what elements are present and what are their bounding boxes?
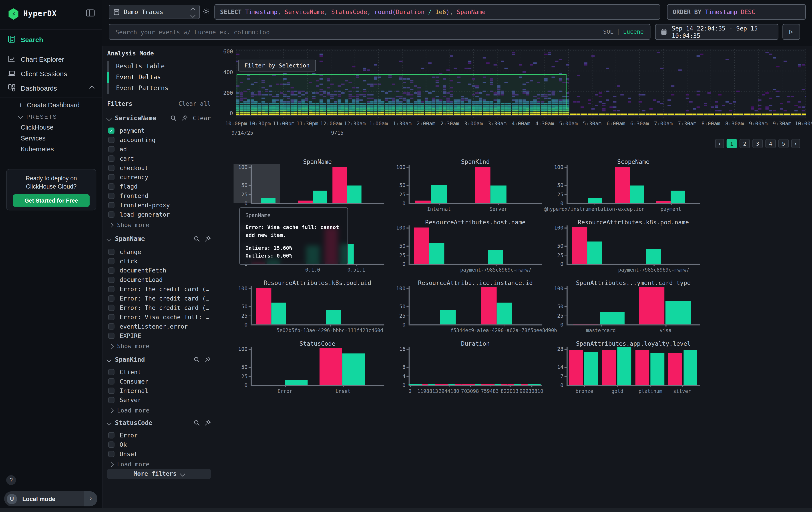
checkbox-unchecked[interactable] [108, 441, 115, 448]
inlier-bar[interactable] [600, 312, 625, 324]
checkbox-unchecked[interactable] [108, 397, 115, 403]
inlier-bar[interactable] [494, 384, 501, 385]
filter-option-accounting[interactable]: accounting [108, 136, 211, 144]
outlier-bar[interactable] [461, 384, 468, 385]
filter-option-currency[interactable]: currency [108, 173, 211, 182]
outlier-bar[interactable] [569, 350, 583, 385]
filter-option-error-the-credit-card-[interactable]: Error: The credit card (… [108, 285, 211, 293]
outlier-bar[interactable] [656, 201, 671, 203]
pagination-prev[interactable]: ‹ [715, 139, 724, 148]
outlier-bar[interactable] [508, 384, 514, 385]
pagination-page-1[interactable]: 1 [727, 139, 737, 148]
outlier-bar[interactable] [298, 200, 313, 203]
pagination-page-5[interactable]: 5 [778, 139, 789, 148]
filter-option-documentload[interactable]: documentLoad [108, 276, 211, 284]
checkbox-unchecked[interactable] [108, 277, 115, 283]
inlier-bar[interactable] [496, 303, 512, 324]
checkbox-checked[interactable]: ✓ [108, 128, 115, 134]
search-icon[interactable] [194, 236, 200, 242]
date-range-picker[interactable]: Sep 14 22:04:35 - Sep 15 10:04:35 [655, 24, 778, 40]
sql-select-input[interactable]: SELECT Timestamp, ServiceName, StatusCod… [214, 4, 660, 20]
filter-option-click[interactable]: click [108, 257, 211, 265]
outlier-bar[interactable] [319, 348, 342, 385]
inlier-bar[interactable] [650, 353, 664, 385]
outlier-bar[interactable] [422, 384, 429, 385]
outlier-bar[interactable] [414, 227, 429, 264]
inlier-bar[interactable] [630, 186, 644, 203]
checkbox-unchecked[interactable] [108, 258, 115, 264]
filter-load-more[interactable]: Load more [109, 407, 149, 414]
sidebar-subitem-clickhouse[interactable]: ClickHouse [0, 123, 123, 132]
inlier-bar[interactable] [665, 301, 691, 325]
filter-option-frontend[interactable]: frontend [108, 192, 211, 200]
filter-option-documentfetch[interactable]: documentFetch [108, 266, 211, 275]
clear-all-button[interactable]: Clear all [178, 100, 211, 107]
inlier-bar[interactable] [431, 185, 447, 203]
filter-option-unset[interactable]: Unset [108, 450, 211, 458]
checkbox-unchecked[interactable] [108, 202, 115, 208]
inlier-bar[interactable] [587, 241, 602, 264]
outlier-bar[interactable] [668, 353, 682, 385]
language-toggle[interactable]: SQL|Lucene [603, 28, 644, 35]
sidebar-subitem-kubernetes[interactable]: Kubernetes [0, 144, 123, 153]
local-mode-menu[interactable]: U Local mode › [4, 491, 97, 507]
filter-option-flagd[interactable]: flagd [108, 182, 211, 191]
pagination-next[interactable]: › [791, 139, 800, 148]
checkbox-unchecked[interactable] [108, 174, 115, 180]
search-input[interactable] [109, 28, 603, 36]
inlier-bar[interactable] [347, 186, 361, 203]
filter-option-frontend-proxy[interactable]: frontend-proxy [108, 201, 211, 209]
pin-icon[interactable] [205, 420, 211, 426]
outlier-bar[interactable] [501, 384, 508, 385]
checkbox-unchecked[interactable] [108, 286, 115, 292]
checkbox-unchecked[interactable] [108, 451, 115, 457]
inlier-bar[interactable] [313, 191, 327, 203]
duration-heatmap[interactable]: Filter by Selection [236, 49, 806, 118]
filter-option-error-the-credit-card-[interactable]: Error: The credit card (… [108, 304, 211, 312]
checkbox-unchecked[interactable] [108, 267, 115, 274]
filter-load-more[interactable]: Load more [109, 461, 149, 468]
pagination-page-4[interactable]: 4 [765, 139, 776, 148]
checkbox-unchecked[interactable] [108, 378, 115, 384]
outlier-bar[interactable] [441, 384, 448, 385]
gear-icon[interactable] [203, 8, 210, 15]
analysis-mode-event-patterns[interactable]: Event Patterns [107, 83, 211, 94]
checkbox-unchecked[interactable] [108, 155, 115, 162]
inlier-bar[interactable] [429, 384, 435, 385]
filter-option-error[interactable]: Error [108, 431, 211, 439]
chevron-down-icon[interactable] [107, 236, 112, 242]
filter-option-cart[interactable]: cart [108, 155, 211, 163]
sidebar-item-chart-explorer[interactable]: Chart Explorer [0, 52, 102, 66]
sidebar-subitem-presets[interactable]: PRESETS [0, 112, 102, 121]
more-filters-button[interactable]: More filters [107, 469, 211, 479]
inlier-bar[interactable] [409, 384, 415, 385]
analysis-mode-results-table[interactable]: Results Table [107, 61, 211, 72]
outlier-bar[interactable] [639, 287, 664, 324]
outlier-bar[interactable] [602, 350, 616, 385]
inlier-bar[interactable] [285, 380, 308, 385]
sidebar-subitem-create-dashboard[interactable]: +Create Dashboard [0, 101, 102, 110]
outlier-bar[interactable] [521, 384, 527, 385]
filter-show-more[interactable]: Show more [109, 343, 149, 350]
outlier-bar[interactable] [475, 167, 491, 203]
inlier-bar[interactable] [514, 384, 521, 385]
inlier-bar[interactable] [617, 347, 631, 385]
filter-option-payment[interactable]: ✓payment [108, 127, 211, 135]
search-icon[interactable] [171, 115, 177, 121]
inlier-bar[interactable] [527, 384, 534, 385]
checkbox-unchecked[interactable] [108, 323, 115, 330]
checkbox-unchecked[interactable] [108, 193, 115, 199]
run-query-button[interactable]: ▷ [782, 24, 800, 40]
checkbox-unchecked[interactable] [108, 183, 115, 190]
inlier-bar[interactable] [684, 350, 697, 385]
filter-option-internal[interactable]: Internal [108, 387, 211, 395]
sidebar-item-dashboards[interactable]: Dashboards [0, 81, 102, 95]
inlier-bar[interactable] [588, 198, 602, 203]
outlier-bar[interactable] [488, 384, 494, 385]
filter-option-consumer[interactable]: Consumer [108, 377, 211, 385]
outlier-bar[interactable] [256, 287, 271, 324]
analysis-mode-event-deltas[interactable]: Event Deltas [107, 72, 211, 83]
chevron-down-icon[interactable] [107, 420, 112, 425]
filter-option-checkout[interactable]: checkout [108, 164, 211, 172]
pin-icon[interactable] [205, 357, 211, 363]
